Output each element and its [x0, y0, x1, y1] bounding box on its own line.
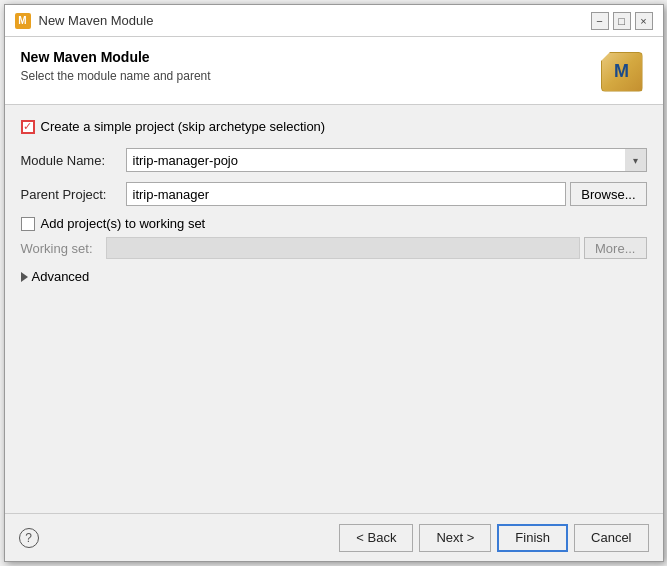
add-working-set-label[interactable]: Add project(s) to working set [41, 216, 206, 231]
add-working-set-checkbox[interactable] [21, 217, 35, 231]
parent-project-row: Parent Project: Browse... [21, 182, 647, 206]
body-section: Create a simple project (skip archetype … [5, 105, 663, 513]
module-name-row: Module Name: ▾ [21, 148, 647, 172]
finish-button[interactable]: Finish [497, 524, 568, 552]
browse-button[interactable]: Browse... [570, 182, 646, 206]
title-bar-left: M New Maven Module [15, 13, 154, 29]
advanced-expand-icon [21, 272, 28, 282]
close-button[interactable]: × [635, 12, 653, 30]
module-name-label: Module Name: [21, 153, 126, 168]
working-set-input-row: Working set: More... [21, 237, 647, 259]
next-button[interactable]: Next > [419, 524, 491, 552]
footer-buttons: < Back Next > Finish Cancel [339, 524, 648, 552]
module-name-dropdown-arrow[interactable]: ▾ [625, 148, 647, 172]
header-icon-wrapper: M [597, 49, 647, 94]
module-name-combo: ▾ [126, 148, 647, 172]
working-set-input [106, 237, 581, 259]
add-working-set-row: Add project(s) to working set [21, 216, 647, 231]
parent-project-label: Parent Project: [21, 187, 126, 202]
maximize-button[interactable]: □ [613, 12, 631, 30]
header-title: New Maven Module [21, 49, 211, 65]
title-controls: − □ × [591, 12, 653, 30]
more-button: More... [584, 237, 646, 259]
working-set-section: Add project(s) to working set Working se… [21, 216, 647, 259]
back-button[interactable]: < Back [339, 524, 413, 552]
parent-project-input[interactable] [126, 182, 567, 206]
advanced-row[interactable]: Advanced [21, 269, 647, 284]
module-name-input[interactable] [126, 148, 647, 172]
advanced-label: Advanced [32, 269, 90, 284]
simple-project-label[interactable]: Create a simple project (skip archetype … [41, 119, 326, 134]
header-subtitle: Select the module name and parent [21, 69, 211, 83]
header-text: New Maven Module Select the module name … [21, 49, 211, 83]
working-set-label: Working set: [21, 241, 106, 256]
footer-section: ? < Back Next > Finish Cancel [5, 513, 663, 561]
maven-title-icon: M [15, 13, 31, 29]
title-bar: M New Maven Module − □ × [5, 5, 663, 37]
dialog-window: M New Maven Module − □ × New Maven Modul… [4, 4, 664, 562]
maven-logo-icon: M [601, 52, 643, 92]
simple-project-checkbox[interactable] [21, 120, 35, 134]
header-section: New Maven Module Select the module name … [5, 37, 663, 105]
cancel-button[interactable]: Cancel [574, 524, 648, 552]
dialog-title: New Maven Module [39, 13, 154, 28]
minimize-button[interactable]: − [591, 12, 609, 30]
help-button[interactable]: ? [19, 528, 39, 548]
simple-project-row: Create a simple project (skip archetype … [21, 119, 647, 134]
